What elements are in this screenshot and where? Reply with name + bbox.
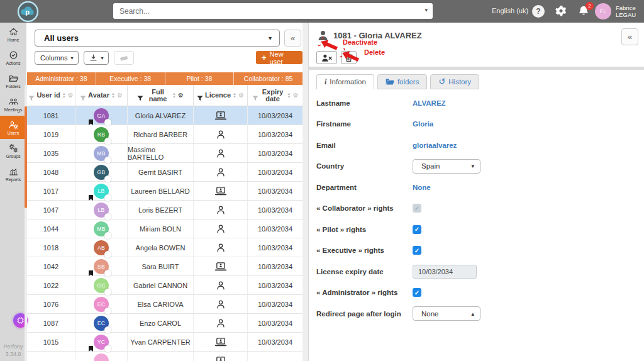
filter-icon[interactable]	[137, 92, 143, 98]
avatar[interactable]: SB	[94, 259, 109, 274]
license-expiry-date-input[interactable]: 10/03/2034	[413, 265, 477, 279]
column-header-avatar[interactable]: Avatar ▲▼ ⚙	[75, 85, 128, 106]
table-row[interactable]: 1076 EC Elsa CARIOVA 10/03/2034	[27, 295, 303, 314]
country-select[interactable]: Spain▾	[413, 159, 480, 174]
sidebar-item-groups[interactable]: Groups	[0, 139, 26, 162]
avatar[interactable]: LB	[94, 184, 109, 199]
new-user-button[interactable]: + New user	[256, 51, 303, 64]
avatar[interactable]: GC	[94, 278, 109, 293]
table-scrollbar[interactable]	[25, 85, 27, 361]
column-settings-icon[interactable]: ⚙	[68, 92, 74, 99]
field-value-department[interactable]: None	[413, 184, 431, 191]
table-row[interactable]: 1081 GA Gloria ALVAREZ 10/03/2034	[27, 106, 303, 125]
tab-history[interactable]: ↺ History	[430, 74, 479, 89]
table-row[interactable]: 1022 GC Gabriel CANNON 10/03/2034	[27, 276, 303, 295]
filter-icon[interactable]	[197, 92, 203, 98]
status-dot	[104, 213, 111, 220]
avatar[interactable]: MB	[94, 221, 109, 236]
table-row[interactable]: 1087 EC Enzo CAROL 10/03/2034	[27, 314, 303, 333]
avatar[interactable]: EC	[94, 297, 109, 312]
perfony-logo-icon[interactable]: p	[17, 1, 39, 23]
filter-icon[interactable]	[252, 92, 258, 98]
user-id: 1076	[43, 301, 58, 308]
sort-icons[interactable]: ▲▼	[111, 92, 115, 99]
avatar[interactable]: AB	[94, 240, 109, 255]
sidebar-item-reports[interactable]: Reports	[0, 162, 26, 186]
table-row[interactable]: 1047 LB Loris BEZERT 10/03/2034	[27, 201, 303, 219]
language-selector[interactable]: English (uk)	[492, 7, 528, 14]
history-icon: ↺	[438, 78, 445, 86]
bell-icon[interactable]: 2	[577, 4, 591, 18]
field-value-lastname[interactable]: ALVAREZ	[413, 99, 446, 107]
scrollbar-thumb[interactable]	[25, 106, 27, 208]
export-button[interactable]: ▾	[84, 51, 109, 65]
collapse-list-panel-button[interactable]: «	[284, 30, 301, 47]
executive-rights-checkbox[interactable]: ✓	[413, 246, 421, 255]
sidebar-item-folders[interactable]: Folders	[0, 69, 26, 92]
status-dot	[104, 326, 111, 333]
field-value-email[interactable]: gloriaalvarez	[413, 142, 457, 149]
search-dropdown-caret-icon[interactable]: ▾	[425, 7, 428, 13]
table-row[interactable]: 1015 YC Yvan CARPENTER 10/03/2034	[27, 333, 303, 352]
table-row[interactable]: 1048 GB Gerrit BASIRT 10/03/2034	[27, 163, 303, 182]
column-settings-icon[interactable]: ⚙	[178, 92, 184, 99]
columns-button[interactable]: Columns ▾	[35, 51, 79, 65]
licence-laptop-icon	[214, 186, 227, 196]
avatar[interactable]: GA	[94, 108, 109, 123]
table-row[interactable]: 1017 LB Laureen BELLARD 10/03/2034	[27, 182, 303, 201]
status-dot	[104, 138, 111, 145]
sidebar-item-home[interactable]: Home	[0, 23, 26, 46]
redirect-page-after-login-select[interactable]: None▴	[413, 306, 480, 321]
tab-folders[interactable]: folders	[377, 74, 428, 89]
status-dot	[104, 270, 111, 277]
sidebar-item-meetings[interactable]: Meetings	[0, 92, 26, 116]
filter-icon[interactable]	[80, 92, 86, 98]
column-settings-icon[interactable]: ⚙	[117, 92, 123, 99]
view-selector[interactable]: All users ▾	[35, 30, 280, 47]
pilot-rights-checkbox[interactable]: ✓	[413, 225, 421, 234]
column-header-user-id[interactable]: User id ▲▼ ⚙	[27, 85, 75, 106]
full-name: Sara BUIRT	[142, 263, 179, 270]
sort-icons[interactable]: ▲▼	[62, 92, 66, 99]
form-field: « Executive » rights ✓	[316, 240, 637, 262]
field-value-firstname[interactable]: Gloria	[413, 120, 433, 128]
user-avatar[interactable]: FL	[595, 3, 611, 19]
search-input[interactable]	[113, 3, 421, 19]
help-icon[interactable]: ?	[532, 5, 545, 18]
table-row[interactable]	[27, 352, 303, 361]
gear-icon[interactable]	[554, 4, 568, 18]
user-name[interactable]: Fabrice LEGAU	[616, 4, 636, 18]
table-row[interactable]: 1018 AB Angela BOWEN 10/03/2034	[27, 238, 303, 257]
avatar[interactable]	[94, 353, 109, 361]
column-header-licence[interactable]: Licence ▲▼ ⚙	[194, 85, 248, 106]
collapse-detail-panel-button[interactable]: «	[621, 28, 638, 45]
column-header-full-name[interactable]: Full name ▲▼ ⚙	[128, 85, 194, 106]
table-row[interactable]: 1042 SB Sara BUIRT 10/03/2034	[27, 257, 303, 276]
avatar[interactable]: GB	[94, 165, 109, 180]
sort-icons[interactable]: ▲▼	[233, 92, 236, 99]
user-id: 1081	[43, 112, 58, 119]
column-settings-icon[interactable]: ⚙	[238, 92, 244, 99]
column-settings-icon[interactable]: ⚙	[292, 92, 298, 99]
avatar[interactable]: EC	[94, 316, 109, 331]
sidebar-item-actions[interactable]: Actions	[0, 46, 26, 69]
column-header-expiry-date[interactable]: Expiry date ▲▼ ⚙	[248, 85, 303, 106]
clear-filters-button[interactable]	[114, 51, 134, 65]
avatar[interactable]: RB	[94, 127, 109, 142]
full-name: Gloria ALVAREZ	[135, 112, 186, 119]
table-row[interactable]: 1035 MB Massimo BARTELLO 10/03/2034	[27, 144, 303, 163]
avatar[interactable]: MB	[94, 146, 109, 161]
avatar[interactable]: LB	[94, 203, 109, 218]
form-field: Email gloriaalvarez	[316, 135, 637, 156]
column-label: User id	[36, 92, 60, 99]
sort-icons[interactable]: ▲▼	[287, 92, 291, 99]
administrator-rights-checkbox[interactable]: ✓	[413, 288, 421, 297]
sidebar-item-users[interactable]: Users	[0, 116, 26, 139]
table-row[interactable]: 1044 MB Miriam BOLN 10/03/2034	[27, 219, 303, 238]
avatar[interactable]: YC	[94, 335, 109, 350]
sort-icons[interactable]: ▲▼	[172, 92, 176, 99]
tab-information[interactable]: i Information	[316, 74, 374, 89]
table-row[interactable]: 1019 RB Richard BARBER 10/03/2034	[27, 125, 303, 144]
filter-icon[interactable]	[28, 92, 35, 98]
stat-administrator: Administrator : 38	[27, 72, 96, 85]
